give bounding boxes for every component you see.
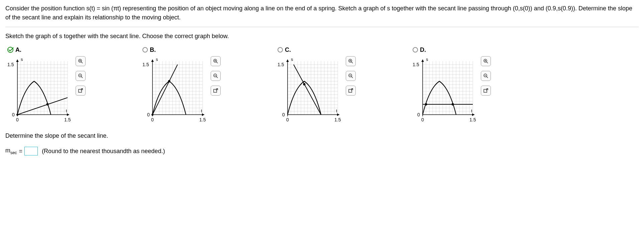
svg-text:0: 0	[151, 117, 154, 122]
svg-line-199	[487, 62, 488, 63]
zoom-in-icon[interactable]	[76, 56, 86, 66]
equals-sign: =	[19, 148, 23, 155]
popout-icon[interactable]	[211, 86, 221, 96]
zoom-out-icon[interactable]	[211, 71, 221, 81]
svg-marker-188	[421, 60, 424, 62]
option-d[interactable]: D. s	[413, 46, 491, 123]
svg-line-100	[216, 77, 218, 78]
svg-line-203	[487, 77, 488, 78]
popout-icon[interactable]	[481, 86, 491, 96]
option-label: B.	[150, 46, 156, 53]
option-b[interactable]: B. s	[142, 46, 221, 123]
graph-a: s t 1.5 0 0 1.5	[7, 56, 71, 123]
radio-empty-icon[interactable]	[142, 47, 148, 52]
svg-line-34	[17, 98, 68, 115]
svg-text:t: t	[471, 108, 472, 113]
svg-text:0: 0	[282, 112, 285, 117]
graph-d: s t 1.5 0 0 1.5	[413, 56, 476, 123]
svg-text:s: s	[291, 57, 293, 62]
option-header-c: C.	[278, 46, 356, 53]
svg-text:s: s	[156, 57, 158, 62]
svg-marker-85	[151, 60, 154, 62]
svg-point-191	[425, 103, 427, 106]
graph-b: s t 1.5 0 0 1.5	[142, 56, 206, 123]
zoom-out-icon[interactable]	[76, 71, 86, 81]
problem-statement: Consider the position function s(t) = si…	[5, 4, 639, 22]
svg-text:t: t	[66, 108, 67, 113]
svg-text:s: s	[426, 57, 428, 62]
svg-text:0: 0	[286, 117, 289, 122]
svg-point-87	[168, 80, 171, 83]
svg-point-139	[303, 83, 306, 86]
slope-input-row: msec = (Round to the nearest thousandth …	[5, 147, 639, 155]
zoom-in-icon[interactable]	[481, 56, 491, 66]
option-header-b: B.	[142, 46, 221, 53]
zoom-out-icon[interactable]	[481, 71, 491, 81]
svg-text:0: 0	[12, 112, 15, 117]
radio-empty-icon[interactable]	[278, 47, 283, 52]
svg-text:1.5: 1.5	[334, 117, 341, 122]
zoom-in-icon[interactable]	[211, 56, 221, 66]
svg-line-48	[81, 77, 83, 78]
svg-point-88	[151, 114, 153, 116]
svg-point-35	[46, 103, 49, 106]
svg-text:1.5: 1.5	[469, 117, 476, 122]
svg-point-36	[16, 114, 18, 116]
svg-text:1.5: 1.5	[278, 62, 284, 67]
option-header-a: A.	[7, 46, 86, 53]
svg-text:t: t	[336, 108, 337, 113]
popout-icon[interactable]	[76, 86, 86, 96]
svg-text:0: 0	[16, 117, 19, 122]
slope-variable: msec	[5, 147, 17, 155]
separator	[5, 27, 639, 27]
slope-prompt: Determine the slope of the secant line.	[5, 132, 639, 139]
radio-check-icon[interactable]	[7, 47, 13, 53]
svg-marker-186	[472, 113, 474, 116]
svg-text:1.5: 1.5	[199, 117, 206, 122]
svg-text:t: t	[201, 108, 202, 113]
slope-input[interactable]	[24, 147, 38, 155]
svg-marker-135	[337, 113, 339, 116]
zoom-out-icon[interactable]	[346, 71, 356, 81]
options-row: A.	[5, 46, 639, 123]
svg-text:0: 0	[421, 117, 424, 122]
svg-point-190	[452, 103, 454, 106]
svg-line-44	[81, 62, 83, 63]
option-label: A.	[15, 46, 21, 53]
round-note: (Round to the nearest thousandth as need…	[42, 148, 165, 155]
svg-line-96	[216, 62, 218, 63]
svg-text:1.5: 1.5	[64, 117, 71, 122]
option-header-d: D.	[413, 46, 491, 53]
svg-marker-83	[202, 113, 204, 116]
svg-line-151	[351, 77, 353, 78]
svg-marker-137	[286, 60, 289, 62]
graph-c: s t 1.5 0 0 1.5	[278, 56, 341, 123]
option-label: C.	[285, 46, 291, 53]
zoom-in-icon[interactable]	[346, 56, 356, 66]
svg-marker-33	[16, 60, 19, 62]
svg-line-147	[351, 62, 353, 63]
radio-empty-icon[interactable]	[413, 47, 418, 52]
svg-text:1.5: 1.5	[413, 62, 419, 67]
svg-text:s: s	[21, 57, 23, 62]
svg-text:0: 0	[147, 112, 150, 117]
instruction-text: Sketch the graph of s together with the …	[5, 32, 639, 41]
option-c[interactable]: C. s t	[278, 46, 356, 123]
svg-line-86	[152, 65, 178, 115]
svg-text:1.5: 1.5	[142, 62, 149, 67]
svg-text:0: 0	[417, 112, 420, 117]
option-label: D.	[420, 46, 426, 53]
svg-marker-31	[67, 113, 69, 116]
svg-text:1.5: 1.5	[7, 62, 14, 67]
option-a[interactable]: A.	[7, 46, 86, 123]
popout-icon[interactable]	[346, 86, 356, 96]
